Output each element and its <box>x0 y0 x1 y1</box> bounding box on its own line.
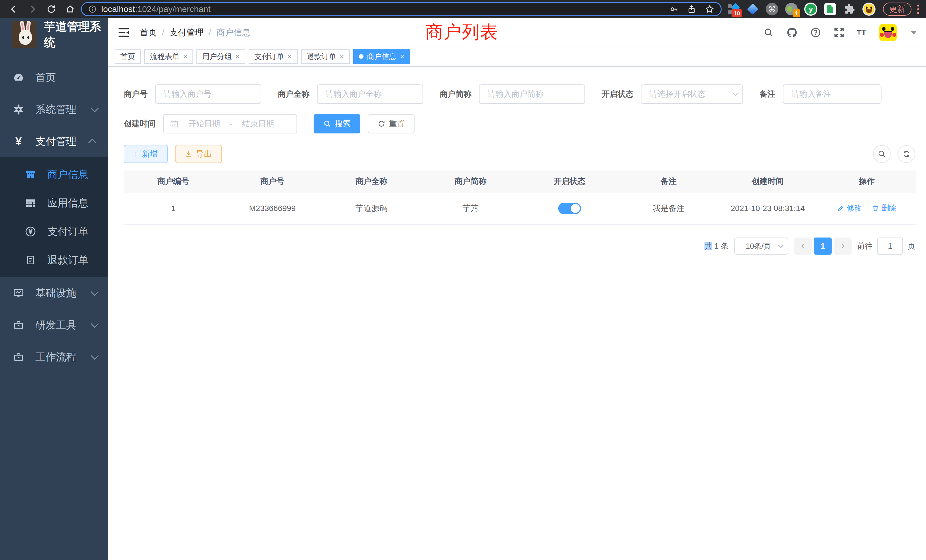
fullscreen-icon[interactable] <box>834 27 844 38</box>
refresh-table-button[interactable] <box>897 145 915 163</box>
add-button[interactable]: + 新增 <box>124 145 168 163</box>
app-title: 芋道管理系统 <box>44 19 108 50</box>
plus-icon: + <box>133 150 139 158</box>
extension-badge: 10 <box>732 9 742 17</box>
toolbox-icon <box>12 351 25 362</box>
extension-doc-icon[interactable] <box>824 3 837 16</box>
merchant-table: 商户编号 商户号 商户全称 商户简称 开启状态 备注 创建时间 操作 1 M23… <box>124 171 916 225</box>
status-toggle[interactable] <box>558 203 581 214</box>
chrome-update-button[interactable]: 更新 <box>883 3 911 16</box>
breadcrumb-pay[interactable]: 支付管理 <box>169 27 204 38</box>
search-icon <box>878 150 886 158</box>
dashboard-icon <box>12 72 25 83</box>
share-icon[interactable] <box>687 5 696 14</box>
tab-home[interactable]: 首页 <box>115 49 141 64</box>
cell-merchant-id: 1 <box>124 192 223 225</box>
prev-page-button[interactable] <box>794 238 812 254</box>
browser-menu-icon[interactable] <box>917 5 919 14</box>
extension-grid-icon[interactable]: 10 <box>727 3 740 16</box>
logo[interactable]: 芋道管理系统 <box>0 18 108 51</box>
tab-merchant-info[interactable]: 商户信息× <box>353 49 410 64</box>
pay-submenu: 商户信息 应用信息 支付订单 <box>0 157 108 277</box>
sidebar-item-home[interactable]: 首页 <box>0 62 108 94</box>
end-date-input[interactable] <box>235 119 281 128</box>
tab-refund-order[interactable]: 退款订单× <box>301 49 350 64</box>
extensions-puzzle-icon[interactable] <box>843 3 856 16</box>
tab-pay-order[interactable]: 支付订单× <box>249 49 297 64</box>
browser-reload-button[interactable] <box>43 1 59 17</box>
extension-camera-icon[interactable]: 1 <box>785 3 798 16</box>
header-search-icon[interactable] <box>764 27 774 38</box>
sidebar-item-system[interactable]: 系统管理 <box>0 94 108 126</box>
bookmark-star-icon[interactable] <box>705 4 714 14</box>
status-select[interactable] <box>641 85 743 104</box>
sidebar-item-app-info[interactable]: 应用信息 <box>0 189 108 217</box>
avatar-dropdown-caret-icon[interactable] <box>911 31 917 35</box>
github-icon[interactable] <box>786 27 798 38</box>
start-date-input[interactable] <box>181 119 227 128</box>
toggle-search-button[interactable] <box>873 145 891 163</box>
profile-emoji-avatar[interactable] <box>862 3 876 16</box>
refresh-icon <box>377 120 386 128</box>
edit-button[interactable]: 修改 <box>837 203 862 213</box>
page-number-1[interactable]: 1 <box>814 238 832 254</box>
sidebar-item-workflow[interactable]: 工作流程 <box>0 341 108 373</box>
sidebar-item-infra[interactable]: 基础设施 <box>0 277 108 309</box>
sidebar-item-refund-order[interactable]: 退款订单 <box>0 246 108 274</box>
close-icon[interactable]: × <box>287 52 292 61</box>
yen-circle-icon <box>24 226 37 237</box>
merchant-no-input[interactable] <box>155 85 261 104</box>
close-icon[interactable]: × <box>400 52 404 61</box>
top-navbar: 首页 / 支付管理 / 商户信息 TT <box>108 18 926 47</box>
extension-command-icon[interactable]: ⌘ <box>766 3 779 16</box>
address-bar[interactable]: localhost:1024/pay/merchant <box>81 2 722 16</box>
breadcrumb-current: 商户信息 <box>216 27 251 38</box>
next-page-button[interactable] <box>834 238 852 254</box>
browser-back-button[interactable] <box>6 1 22 17</box>
close-icon[interactable]: × <box>183 52 187 61</box>
breadcrumb: 首页 / 支付管理 / 商户信息 <box>140 27 251 38</box>
breadcrumb-home[interactable]: 首页 <box>140 27 157 38</box>
sidebar-item-dev-tools[interactable]: 研发工具 <box>0 309 108 341</box>
trash-icon <box>872 204 879 212</box>
font-size-icon[interactable]: TT <box>857 28 867 37</box>
reset-button[interactable]: 重置 <box>368 114 415 133</box>
search-button[interactable]: 搜索 <box>313 114 360 133</box>
delete-button[interactable]: 删除 <box>872 203 896 213</box>
sidebar-item-pay-order[interactable]: 支付订单 <box>0 217 108 246</box>
chevron-down-icon <box>91 320 98 328</box>
chevron-up-icon <box>88 139 96 147</box>
site-info-icon[interactable] <box>88 5 97 14</box>
tab-process-form[interactable]: 流程表单× <box>144 49 193 64</box>
export-button[interactable]: 导出 <box>175 145 222 163</box>
filter-label: 商户号 <box>124 89 148 100</box>
chevron-down-icon <box>91 288 98 296</box>
cell-create-time: 2021-10-23 08:31:14 <box>718 192 817 225</box>
browser-forward-button[interactable] <box>24 1 41 17</box>
short-name-input[interactable] <box>479 85 585 104</box>
cell-full-name: 芋道源码 <box>322 192 421 225</box>
pagination: 共 1 条 1 前往 页 <box>124 238 916 254</box>
remark-input[interactable] <box>783 85 882 104</box>
extension-y-icon[interactable]: y <box>804 3 817 16</box>
tab-user-group[interactable]: 用户分组× <box>197 49 245 64</box>
sidebar-item-merchant-info[interactable]: 商户信息 <box>0 160 108 189</box>
date-range-picker[interactable]: - <box>163 114 297 133</box>
close-icon[interactable]: × <box>235 52 239 61</box>
active-dot <box>359 54 363 59</box>
page-size-select[interactable] <box>734 238 788 254</box>
full-name-input[interactable] <box>317 85 423 104</box>
close-icon[interactable]: × <box>340 52 344 61</box>
browser-chrome: localhost:1024/pay/merchant 10 ⌘ 1 <box>0 0 926 18</box>
extension-gem-icon[interactable] <box>746 3 759 16</box>
sidebar-item-pay[interactable]: ¥ 支付管理 <box>0 126 108 157</box>
sidebar-fold-icon[interactable] <box>118 27 130 38</box>
help-icon[interactable] <box>810 27 821 38</box>
goto-page-input[interactable] <box>877 238 903 254</box>
chevron-down-icon <box>91 352 98 360</box>
password-key-icon[interactable] <box>669 5 679 14</box>
extensions-area: 10 ⌘ 1 y <box>725 3 878 16</box>
browser-home-button[interactable] <box>62 1 78 17</box>
total-count: 共 1 条 <box>705 241 728 251</box>
user-avatar[interactable] <box>879 24 897 41</box>
